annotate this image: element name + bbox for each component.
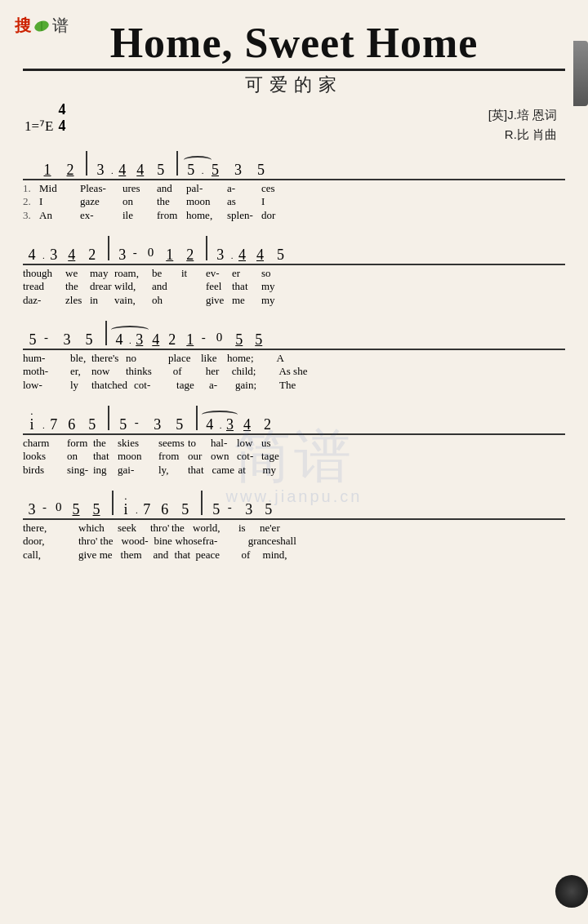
notation-row-5: 3 - 0 5 5 i . 7 — [23, 484, 565, 520]
lyrics-block-4: charm form the skies seems to hal- low u… — [23, 435, 565, 478]
note: 3 — [57, 332, 77, 347]
time-top: 4 — [58, 102, 65, 118]
section-4: i . 7 6 5 5 - — [23, 399, 565, 478]
lyrics-block-2: though we may roam, be it ev- er so trea… — [23, 265, 565, 308]
note: 4 — [111, 332, 127, 347]
note: 3 — [131, 332, 148, 347]
note: 3 — [23, 502, 41, 517]
note: 6 — [156, 502, 174, 517]
note: 5 — [259, 502, 278, 517]
lyric-line: 3. An ex- ile from home, splen- dor — [23, 209, 565, 223]
note: 3 — [148, 417, 167, 432]
note: 2 — [164, 332, 180, 347]
lyric-line: daz- zles in vain, oh give me my — [23, 294, 565, 308]
note: 3 — [45, 247, 63, 262]
lyric-line: birds sing- ing gai- ly, that came at my — [23, 464, 565, 478]
note: 5 — [174, 502, 197, 517]
key-label: 1=⁷E — [24, 118, 53, 135]
note: 3 — [91, 162, 109, 177]
main-title: Home, Sweet Home — [23, 20, 565, 71]
note: 2 — [256, 417, 279, 432]
lyrics-block-1: 1. Mid Pleas- ures and pal- a- ces 2. I … — [23, 180, 565, 223]
note: 5 — [85, 502, 108, 517]
note: 5 — [229, 332, 249, 347]
note: 7 — [138, 502, 156, 517]
title-section: Home, Sweet Home 可爱的家 — [23, 13, 565, 99]
note: 5 — [81, 417, 104, 432]
note: 5 — [250, 162, 273, 177]
notation-row-3: 5 - 3 5 4 . — [23, 314, 565, 350]
lyrics-block-5: there, which seek thro' the world, is ne… — [23, 520, 565, 562]
lyric-line: hum- ble, there's no place like home; A — [23, 350, 565, 365]
note: 3 — [212, 247, 229, 262]
note: 4 — [202, 417, 218, 432]
author-line2: R.比 肖曲 — [488, 125, 557, 144]
time-bottom: 4 — [58, 118, 65, 135]
note: 5 — [182, 162, 200, 177]
note: 5 — [77, 332, 101, 347]
note: 4 — [234, 247, 252, 262]
lyric-line: door, thro' the wood- bine whose fra- gr… — [23, 535, 565, 549]
note: 4 — [238, 417, 256, 432]
note: 6 — [63, 417, 81, 432]
note: 1 — [180, 332, 200, 347]
note: 5 — [270, 247, 292, 262]
section-2: 4 . 3 4 2 3 - — [23, 229, 565, 308]
note: 4 — [148, 332, 164, 347]
lyric-line: looks on that moon from our own cot- tag… — [23, 450, 565, 464]
note: 2 — [81, 247, 104, 262]
note: 5 — [149, 162, 172, 177]
bottom-decoration — [555, 875, 588, 908]
note: 5 — [167, 417, 192, 432]
note: 5 — [114, 417, 133, 432]
note: 4 — [131, 162, 149, 177]
section-1: 1 2 3 . 4 4 — [23, 144, 565, 223]
binding-decoration — [573, 41, 588, 106]
note: 5 — [23, 332, 42, 347]
note: 7 — [45, 417, 63, 432]
note: 4 — [23, 247, 41, 262]
note: 3 — [114, 247, 131, 262]
section-5: 3 - 0 5 5 i . 7 — [23, 484, 565, 562]
note: 5 — [204, 162, 227, 177]
note: 2 — [59, 162, 82, 177]
note: 4 — [252, 247, 270, 262]
lyric-line: tread the drear wild, and feel that my — [23, 280, 565, 294]
note: i — [23, 417, 41, 432]
note: 3 — [222, 417, 238, 432]
lyric-line: charm form the skies seems to hal- low u… — [23, 435, 565, 450]
note: 5 — [67, 502, 85, 517]
note: 2 — [179, 247, 202, 262]
rest-dash: - — [131, 246, 146, 260]
lyric-line: there, which seek thro' the world, is ne… — [23, 520, 565, 535]
note: 4 — [63, 247, 81, 262]
note: 3 — [239, 502, 259, 517]
note: 5 — [207, 502, 226, 517]
notation-row-4: i . 7 6 5 5 - — [23, 399, 565, 435]
lyric-line: moth- er, now thinks of her child; As sh… — [23, 365, 565, 379]
note: i — [118, 502, 134, 517]
lyrics-block-3: hum- ble, there's no place like home; A … — [23, 350, 565, 393]
lyric-line: though we may roam, be it ev- er so — [23, 265, 565, 280]
note: 1 — [36, 162, 59, 177]
rest-zero: 0 — [146, 246, 161, 260]
lyric-line: 2. I gaze on the moon as I — [23, 195, 565, 209]
note: 3 — [227, 162, 250, 177]
section-3: 5 - 3 5 4 . — [23, 314, 565, 393]
subtitle: 可爱的家 — [23, 73, 565, 97]
lyric-line: call, give me them and that peace of min… — [23, 549, 565, 562]
author-line1: [英]J.培 恩词 — [488, 105, 557, 125]
notation-row-2: 4 . 3 4 2 3 - — [23, 229, 565, 265]
lyric-line: low- ly thatched cot- tage a- gain; The — [23, 379, 565, 393]
note: 5 — [249, 332, 269, 347]
note: 4 — [114, 162, 131, 177]
author-info: [英]J.培 恩词 R.比 肖曲 — [488, 105, 565, 144]
notation-row-1: 1 2 3 . 4 4 — [23, 144, 565, 180]
note: 1 — [161, 247, 179, 262]
lyric-line: 1. Mid Pleas- ures and pal- a- ces — [23, 180, 565, 195]
